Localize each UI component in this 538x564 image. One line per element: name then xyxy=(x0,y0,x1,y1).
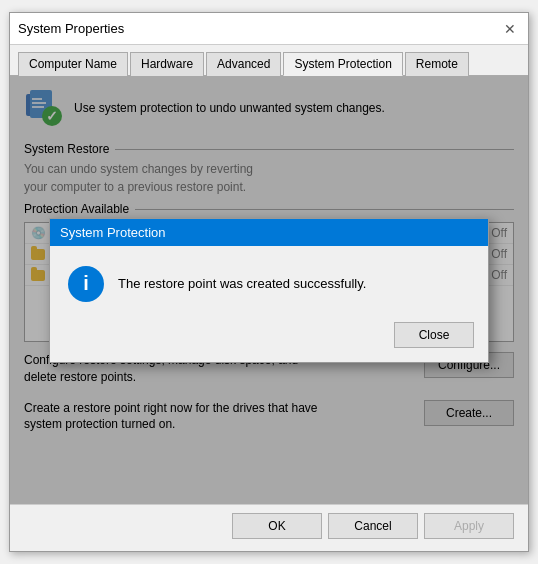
dialog-footer: Close xyxy=(50,316,488,362)
system-protection-dialog: System Protection i The restore point wa… xyxy=(49,218,489,363)
dialog-title-bar: System Protection xyxy=(50,219,488,246)
info-icon: i xyxy=(68,266,104,302)
dialog-message: The restore point was created successful… xyxy=(118,276,366,291)
title-bar: System Properties ✕ xyxy=(10,13,528,45)
cancel-button[interactable]: Cancel xyxy=(328,513,418,539)
tab-advanced[interactable]: Advanced xyxy=(206,52,281,76)
dialog-overlay: System Protection i The restore point wa… xyxy=(10,76,528,504)
tab-system-protection[interactable]: System Protection xyxy=(283,52,402,76)
tab-bar: Computer Name Hardware Advanced System P… xyxy=(10,45,528,76)
ok-button[interactable]: OK xyxy=(232,513,322,539)
apply-button[interactable]: Apply xyxy=(424,513,514,539)
tab-remote[interactable]: Remote xyxy=(405,52,469,76)
close-window-button[interactable]: ✕ xyxy=(500,19,520,39)
tab-computer-name[interactable]: Computer Name xyxy=(18,52,128,76)
main-content: ✓ Use system protection to undo unwanted… xyxy=(10,76,528,504)
window-title: System Properties xyxy=(18,21,124,36)
system-properties-window: System Properties ✕ Computer Name Hardwa… xyxy=(9,12,529,552)
window-footer: OK Cancel Apply xyxy=(10,504,528,551)
dialog-body: i The restore point was created successf… xyxy=(50,246,488,316)
tab-hardware[interactable]: Hardware xyxy=(130,52,204,76)
dialog-title: System Protection xyxy=(60,225,166,240)
dialog-close-button[interactable]: Close xyxy=(394,322,474,348)
